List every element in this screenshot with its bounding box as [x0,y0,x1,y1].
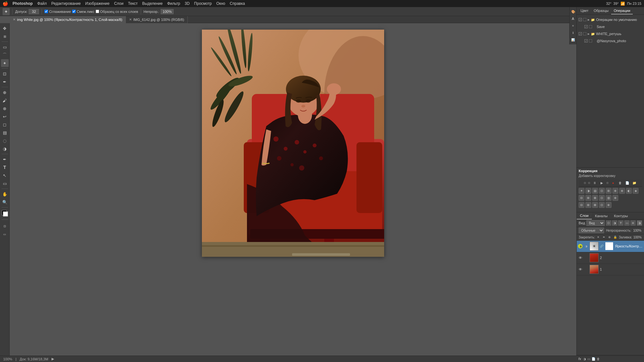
tab-layers[interactable]: Слои [577,212,592,219]
menu-3d[interactable]: 3D [185,1,190,6]
layer-eye-2[interactable]: 👁 [578,255,582,260]
pen-tool[interactable]: ✒ [1,155,9,163]
ops-expand-0[interactable]: ▶ [588,18,590,21]
tolerance-input[interactable] [29,9,39,14]
sb-icon-2[interactable]: ▭ [587,357,590,361]
menu-text[interactable]: Текст [128,1,137,6]
corr-extra-2[interactable]: ⊞ [585,202,591,208]
filter-toggle[interactable]: ◑ [637,220,642,226]
record-btn[interactable]: ● [611,180,616,185]
tab-operations[interactable]: Операции [611,7,633,14]
new-set-btn[interactable]: 📁 [632,180,637,185]
quick-mask-tool[interactable]: ⊡ [1,222,9,230]
lasso-tool[interactable]: ⌒ [1,51,9,59]
dodge-tool[interactable]: ◑ [1,145,9,153]
filter-icon-shape[interactable]: ▭ [624,220,630,226]
layer-eye-1[interactable]: 👁 [578,267,582,272]
doc-tab-1[interactable]: ✕ IMG_6142.jpg @ 100% (RGB/8) [126,16,188,23]
eraser-tool[interactable]: ◻ [1,121,9,128]
menu-photoshop[interactable]: Photoshop [13,1,33,6]
menu-image[interactable]: Изображение [85,1,110,6]
move-tool[interactable]: ✥ [1,24,9,32]
filter-icon-smart[interactable]: ⊗ [630,220,636,226]
ops-check-1[interactable] [584,25,588,28]
corr-bw[interactable]: ⊕ [619,188,625,194]
corr-vibrance[interactable]: ⊡ [599,188,605,194]
menu-filter[interactable]: Фильтр [167,1,180,6]
menu-layers[interactable]: Слои [114,1,123,6]
corr-extra-4[interactable]: ⊡ [599,202,605,208]
corr-gradient-map[interactable]: ⊡ [599,195,605,201]
brush-tool[interactable]: 🖌 [1,97,9,104]
screen-mode[interactable]: ▭ [1,230,9,238]
blur-tool[interactable]: ◌ [1,137,9,144]
contiguous-checkbox[interactable] [72,10,76,13]
layer-row-adjustment[interactable]: ◑ ◑ ☀ 🔗 Яркость/Контрастность 1 [577,241,644,252]
tab-color[interactable]: Цвет [578,7,591,14]
ops-sub-check-1[interactable] [589,25,592,28]
doc-tab-close-1[interactable]: ✕ [129,18,132,21]
ops-item-2[interactable]: ▶ 📁 WHITE_ретушь [577,30,644,37]
crop-tool[interactable]: ⊡ [1,70,9,78]
lock-pixels[interactable]: ✕ [596,235,601,239]
doc-tab-0[interactable]: ✕ img White.jpg @ 100% (Яркость/Контраст… [10,16,126,23]
ops-sub-check-2[interactable] [583,32,586,35]
color-panel-icon[interactable]: 🎨 [570,8,576,15]
ops-item-3[interactable]: ▶ @Nasyrova_photo [577,37,644,44]
background-color[interactable] [3,211,8,217]
corr-extra-1[interactable]: ⊟ [579,202,584,208]
ops-check-0[interactable] [579,18,582,21]
corr-sel-color[interactable]: ▥ [606,195,611,201]
ops-item-1[interactable]: ▶ Save [577,23,644,30]
tab-channels[interactable]: Каналы [592,212,611,219]
opacity-input[interactable] [161,9,174,14]
menu-view[interactable]: Просмотр [194,1,212,6]
ops-item-0[interactable]: ▶ 📁 Операции по умолчанию [577,16,644,23]
zoom-tool[interactable]: 🔍 [1,198,9,206]
ops-check-2[interactable] [579,32,582,35]
corr-colorbal[interactable]: ⊗ [612,188,618,194]
magic-wand-tool[interactable]: ✦ [3,8,10,15]
hist-panel-icon[interactable]: 📊 [570,37,576,43]
corr-curves[interactable]: ◑ [585,188,591,194]
info-panel-icon[interactable]: ℹ [570,30,576,36]
lock-all[interactable]: 🔒 [613,235,618,239]
ops-expand-2[interactable]: ▶ [588,32,590,35]
lock-artboard[interactable]: ⊕ [608,235,612,239]
opacity-value-layers[interactable]: 100% [633,229,642,232]
eyedropper-tool[interactable]: ✒ [1,78,9,86]
filter-icon-adj[interactable]: ◑ [612,220,617,226]
sb-icon-4[interactable]: 🗑 [597,357,600,361]
ops-sub-check-0[interactable] [583,18,586,21]
corr-brightness[interactable]: ☀ [579,188,584,194]
corr-hsl[interactable]: ⊞ [606,188,611,194]
doc-tab-close-0[interactable]: ✕ [13,18,15,21]
history-brush[interactable]: ↩ [1,113,9,120]
corr-threshold[interactable]: ⊠ [592,195,598,201]
lock-position[interactable]: ✒ [602,235,606,239]
blend-mode-dropdown[interactable]: Обычные [579,227,604,233]
hand-tool[interactable]: ✋ [1,190,9,198]
menu-file[interactable]: Файл [37,1,47,6]
menu-edit[interactable]: Редактирование [51,1,80,6]
sb-icon-1[interactable]: ◑ [583,357,586,361]
artboard-tool[interactable]: ⊞ [1,32,9,40]
corr-levels[interactable]: ⊟ [579,195,584,201]
tab-swatches[interactable]: Образцы [591,7,611,14]
menu-window[interactable]: Окно [216,1,225,6]
corr-extra-3[interactable]: ⊠ [592,202,598,208]
marquee-tool[interactable]: ▭ [1,43,9,51]
all-layers-checkbox[interactable] [96,10,99,13]
filter-dropdown[interactable]: Вид [586,220,605,226]
corr-exposure[interactable]: ▤ [592,188,598,194]
menu-select[interactable]: Выделение [142,1,163,6]
apple-menu[interactable]: 🍎 [3,1,8,6]
clone-tool[interactable]: ⊗ [1,105,9,112]
filter-icon-type[interactable]: T [618,220,623,226]
tab-paths[interactable]: Контуры [611,212,631,219]
menu-help[interactable]: Справка [230,1,245,6]
shape-tool[interactable]: ▭ [1,180,9,187]
magic-wand-tool-left[interactable]: ✦ [1,59,9,67]
text-tool[interactable]: T [1,163,9,171]
canvas-area[interactable] [10,23,576,356]
